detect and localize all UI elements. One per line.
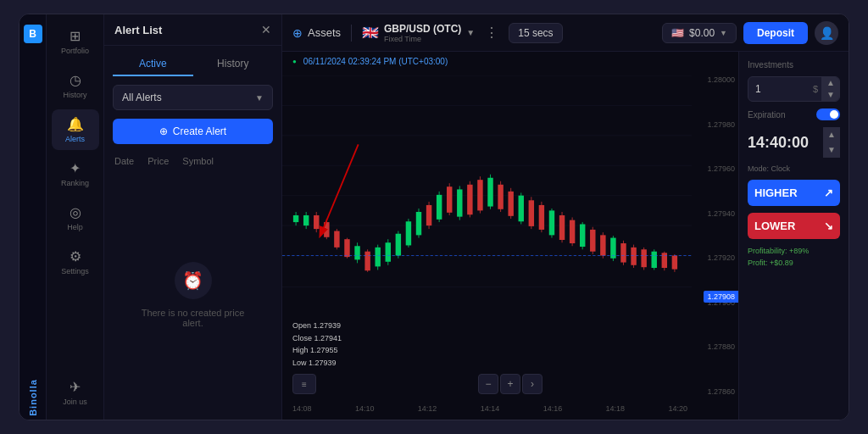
svg-rect-37 [437,195,442,220]
svg-rect-23 [364,252,370,271]
expiry-increase-button[interactable]: ▲ [823,127,840,142]
svg-rect-77 [641,249,646,267]
price-label-1: 1.28000 [695,75,735,84]
more-options-button[interactable]: ⋮ [481,25,502,41]
svg-rect-41 [457,189,462,216]
close-alert-panel-button[interactable]: ✕ [261,23,271,36]
time-label-1: 14:08 [292,404,312,413]
svg-rect-61 [559,215,565,240]
ohlc-open-label: Open [292,321,311,330]
sidebar-item-history[interactable]: ◷ History [52,65,99,106]
expiry-time-value: 14:40:00 [748,134,809,152]
alert-panel-title: Alert List [114,24,162,36]
svg-rect-63 [570,220,575,243]
investments-label: Investments [748,60,840,70]
empty-state: ⏰ There is no created price alert. [113,178,273,411]
svg-rect-59 [549,210,554,235]
deposit-button[interactable]: Deposit [743,22,808,44]
svg-rect-35 [426,205,431,225]
svg-rect-31 [406,221,411,245]
zoom-in-button[interactable]: + [500,374,520,394]
investment-increase-button[interactable]: ▲ [822,77,839,89]
ohlc-close-label: Close [292,334,312,342]
history-icon: ◷ [70,72,81,88]
user-icon: 👤 [820,26,834,40]
sidebar-item-label: Settings [61,267,89,275]
svg-rect-73 [620,243,626,263]
lower-arrow-icon: ↘ [824,220,833,232]
main-content: ⊕ Assets 🇬🇧 GBP/USD (OTC) Fixed Time ▼ ⋮… [282,14,849,420]
svg-rect-57 [539,205,544,230]
alert-header: Alert List ✕ [104,14,281,46]
lower-button[interactable]: LOWER ↘ [748,213,840,239]
higher-button[interactable]: HIGHER ↗ [748,180,840,206]
price-labels: 1.28000 1.27980 1.27960 1.27940 1.27920 … [692,75,738,396]
svg-rect-19 [344,239,349,257]
assets-icon: ⊕ [292,26,303,40]
chart-main: ● 06/11/2024 02:39:24 PM (UTC+03:00) [282,52,738,420]
filter-dropdown[interactable]: All Alerts ▼ [113,85,273,110]
profit-label: Profit: +$0.89 [748,258,840,270]
higher-label: HIGHER [754,186,798,199]
separator [351,25,352,42]
sidebar-item-label: Alerts [65,135,85,143]
expiration-toggle[interactable] [816,108,840,120]
symbol-name: GBP/USD (OTC) [384,23,461,35]
svg-rect-71 [610,238,615,259]
balance-button[interactable]: 🇺🇸 $0.00 ▼ [662,23,737,43]
ohlc-high-label: High [292,346,309,354]
sidebar-item-portfolio[interactable]: ⊞ Portfolio [52,21,99,62]
alert-panel: Alert List ✕ Active History All Alerts ▼… [104,14,282,420]
sidebar-item-joinus[interactable]: ✈ Join us [52,372,99,413]
alert-body: All Alerts ▼ ⊕ Create Alert Date Price S… [104,76,281,420]
sidebar-item-settings[interactable]: ⚙ Settings [52,242,99,282]
zoom-out-button[interactable]: − [478,374,498,394]
avatar[interactable]: 👤 [815,21,838,45]
chevron-down-icon: ▼ [466,28,475,37]
ranking-icon: ✦ [70,160,81,176]
expiry-decrease-button[interactable]: ▼ [823,142,840,158]
tab-history[interactable]: History [193,53,274,76]
chart-zoom-controls: − + › [478,374,542,394]
svg-rect-21 [354,246,359,259]
create-alert-button[interactable]: ⊕ Create Alert [113,119,273,144]
alerts-icon: 🔔 [67,116,84,132]
svg-rect-83 [672,256,677,270]
tab-active[interactable]: Active [113,53,193,76]
joinus-icon: ✈ [70,379,81,395]
nav-sidebar: ⊞ Portfolio ◷ History 🔔 Alerts ✦ Ranking… [47,14,104,420]
expiry-time-row: 14:40:00 ▲ ▼ [748,127,840,158]
svg-rect-43 [467,185,472,214]
ohlc-open-val: 1.27939 [314,321,342,330]
sidebar-item-label: Portfolio [61,47,89,55]
col-symbol: Symbol [182,156,214,166]
sidebar-item-label: Join us [63,398,87,406]
portfolio-icon: ⊞ [70,28,81,44]
svg-rect-67 [590,230,595,252]
investment-decrease-button[interactable]: ▼ [822,89,839,101]
svg-rect-9 [293,215,298,222]
svg-rect-51 [508,192,513,216]
ohlc-info: Open 1.27939 Close 1.27941 High 1.27955 … [292,320,342,369]
top-bar: ⊕ Assets 🇬🇧 GBP/USD (OTC) Fixed Time ▼ ⋮… [282,14,849,52]
empty-state-icon: ⏰ [175,262,212,299]
empty-state-message: There is no created price alert. [130,308,256,328]
balance-value: $0.00 [689,27,715,39]
investment-input[interactable]: 1 $ ▲ ▼ [748,76,840,102]
time-label-6: 14:18 [606,404,626,413]
assets-button[interactable]: ⊕ Assets [292,26,341,40]
alert-tabs: Active History [104,46,281,76]
sidebar-item-ranking[interactable]: ✦ Ranking [52,153,99,194]
candlestick-chart [282,75,692,287]
live-dot: ● [292,58,297,65]
chart-type-button[interactable]: ≡ [292,374,316,394]
symbol-selector[interactable]: 🇬🇧 GBP/USD (OTC) Fixed Time ▼ [362,23,475,43]
timeframe-selector[interactable]: 15 secs [509,23,562,43]
sidebar-item-alerts[interactable]: 🔔 Alerts [52,109,99,150]
current-price-badge: 1.27908 [704,291,738,303]
table-header: Date Price Symbol [113,153,273,170]
mode-row: Mode: Clock [748,164,840,173]
sidebar-item-help[interactable]: ◎ Help [52,198,99,238]
scroll-right-button[interactable]: › [522,374,542,394]
svg-rect-55 [529,200,534,226]
